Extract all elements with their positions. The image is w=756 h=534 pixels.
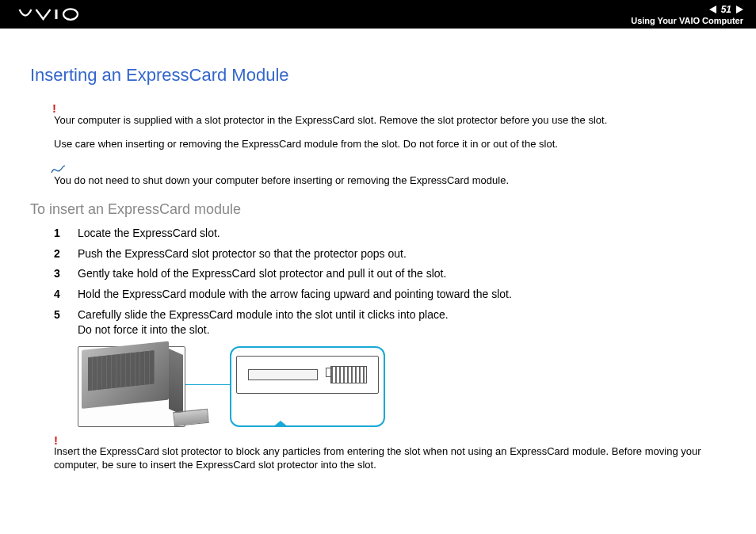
svg-rect-0 bbox=[55, 10, 58, 19]
note-pencil-icon bbox=[51, 165, 726, 174]
prev-page-arrow-icon[interactable] bbox=[709, 6, 716, 13]
svg-point-1 bbox=[63, 9, 78, 20]
page-number: 51 bbox=[720, 4, 733, 15]
page-content: Inserting an ExpressCard Module ! Your c… bbox=[0, 29, 756, 471]
step-item: 5 Carefully slide the ExpressCard module… bbox=[54, 307, 726, 338]
step-text: Hold the ExpressCard module with the arr… bbox=[78, 287, 726, 303]
illustration-detail bbox=[230, 346, 385, 427]
illustration bbox=[78, 346, 726, 427]
warning-text-1: Your computer is supplied with a slot pr… bbox=[54, 114, 607, 126]
header-right: 51 Using Your VAIO Computer bbox=[631, 4, 743, 25]
step-text: Gently take hold of the ExpressCard slot… bbox=[78, 266, 726, 282]
caution-text: Use care when inserting or removing the … bbox=[54, 138, 726, 151]
illustration-connector bbox=[185, 384, 230, 385]
subheading: To insert an ExpressCard module bbox=[30, 201, 726, 218]
header-bar: 51 Using Your VAIO Computer bbox=[0, 0, 756, 29]
step-item: 1 Locate the ExpressCard slot. bbox=[54, 226, 726, 242]
step-item: 4 Hold the ExpressCard module with the a… bbox=[54, 287, 726, 303]
step-number: 3 bbox=[54, 266, 78, 282]
step-number: 1 bbox=[54, 226, 78, 242]
vaio-logo bbox=[16, 7, 92, 21]
step-item: 3 Gently take hold of the ExpressCard sl… bbox=[54, 266, 726, 282]
warning-block-1: ! Your computer is supplied with a slot … bbox=[54, 103, 726, 127]
steps-list: 1 Locate the ExpressCard slot. 2 Push th… bbox=[54, 226, 726, 338]
warning-text-2: Insert the ExpressCard slot protector to… bbox=[54, 445, 701, 470]
illustration-laptop bbox=[78, 346, 185, 427]
warning-icon: ! bbox=[54, 435, 710, 446]
step-text: Push the ExpressCard slot protector so t… bbox=[78, 246, 726, 262]
page-title: Inserting an ExpressCard Module bbox=[30, 65, 726, 86]
step-item: 2 Push the ExpressCard slot protector so… bbox=[54, 246, 726, 262]
step-number: 4 bbox=[54, 287, 78, 303]
step-text: Carefully slide the ExpressCard module i… bbox=[78, 307, 726, 338]
warning-icon: ! bbox=[52, 103, 726, 114]
note-block: You do not need to shut down your comput… bbox=[54, 165, 726, 187]
next-page-arrow-icon[interactable] bbox=[736, 6, 743, 13]
note-text: You do not need to shut down your comput… bbox=[54, 174, 509, 186]
warning-block-2: ! Insert the ExpressCard slot protector … bbox=[54, 435, 726, 471]
step-text: Locate the ExpressCard slot. bbox=[78, 226, 726, 242]
page-nav: 51 bbox=[709, 4, 743, 15]
section-name: Using Your VAIO Computer bbox=[631, 16, 743, 25]
step-number: 2 bbox=[54, 246, 78, 262]
step-number: 5 bbox=[54, 307, 78, 338]
